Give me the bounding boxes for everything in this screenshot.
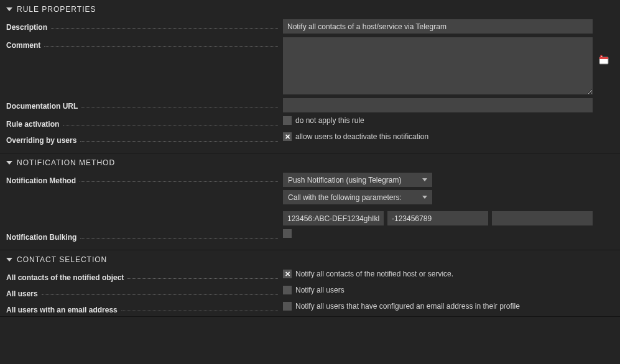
section-title: RULE PROPERTIES <box>17 5 96 14</box>
param1-input[interactable] <box>283 211 384 225</box>
section-header-rule-properties[interactable]: RULE PROPERTIES <box>0 0 620 17</box>
label-method: Notification Method <box>6 176 76 185</box>
param2-input[interactable] <box>387 211 488 225</box>
rule-activation-cb-label[interactable]: do not apply this rule <box>295 116 364 125</box>
section-rule-properties: RULE PROPERTIES Description Comment <box>0 0 620 153</box>
dots-divider <box>81 107 278 107</box>
all-contacts-cb-label[interactable]: Notify all contacts of the notified host… <box>295 270 453 278</box>
doc-url-input[interactable] <box>283 98 593 112</box>
method-select-value: Push Notification (using Telegram) <box>288 176 402 184</box>
row-method: Notification Method Push Notification (u… <box>0 171 620 227</box>
label-rule-activation: Rule activation <box>6 120 59 129</box>
overriding-checkbox[interactable] <box>283 132 292 141</box>
section-header-contact-selection[interactable]: CONTACT SELECTION <box>0 250 620 268</box>
dots-divider <box>44 46 278 47</box>
label-overriding: Overriding by users <box>6 136 76 145</box>
description-input[interactable] <box>283 19 593 34</box>
dots-divider <box>80 141 278 142</box>
section-title: NOTIFICATION METHOD <box>17 158 115 167</box>
chevron-down-icon <box>6 7 12 11</box>
svg-rect-1 <box>599 57 608 59</box>
label-all-email: All users with an email address <box>6 306 118 314</box>
section-notification-method: NOTIFICATION METHOD Notification Method … <box>0 153 620 250</box>
all-email-cb-label[interactable]: Notify all users that have configured an… <box>295 302 520 311</box>
dots-divider <box>80 181 278 182</box>
row-all-users: All users Notify all users <box>0 284 620 300</box>
label-all-users: All users <box>6 289 38 298</box>
params-select[interactable]: Call with the following parameters: <box>283 190 432 204</box>
comment-textarea[interactable] <box>283 37 593 94</box>
dots-divider <box>42 294 278 295</box>
dots-divider <box>121 311 278 311</box>
section-title: CONTACT SELECTION <box>17 255 107 264</box>
row-doc-url: Documentation URL <box>0 96 620 114</box>
section-header-notification-method[interactable]: NOTIFICATION METHOD <box>0 153 620 171</box>
row-bulking: Notification Bulking <box>0 227 620 243</box>
chevron-down-icon <box>6 161 12 165</box>
label-bulking: Notification Bulking <box>6 233 76 242</box>
row-all-email: All users with an email address Notify a… <box>0 300 620 316</box>
label-all-contacts: All contacts of the notified object <box>6 273 124 282</box>
method-select[interactable]: Push Notification (using Telegram) <box>283 173 432 187</box>
section-contact-selection: CONTACT SELECTION All contacts of the no… <box>0 250 620 317</box>
row-rule-activation: Rule activation do not apply this rule <box>0 114 620 130</box>
dots-divider <box>63 125 278 125</box>
svg-rect-4 <box>601 56 603 57</box>
bulking-checkbox[interactable] <box>283 229 292 238</box>
dots-divider <box>80 238 278 239</box>
label-description: Description <box>6 23 47 32</box>
row-comment: Comment <box>0 35 620 96</box>
rule-activation-checkbox[interactable] <box>283 116 292 125</box>
dots-divider <box>51 28 278 29</box>
row-overriding: Overriding by users allow users to deact… <box>0 130 620 147</box>
chevron-down-icon <box>422 196 427 199</box>
overriding-cb-label[interactable]: allow users to deactivate this notificat… <box>295 132 428 141</box>
chevron-down-icon <box>422 178 427 181</box>
dots-divider <box>127 278 278 279</box>
calendar-icon[interactable] <box>599 55 609 65</box>
row-description: Description <box>0 17 620 35</box>
row-all-contacts: All contacts of the notified object Noti… <box>0 268 620 284</box>
all-users-checkbox[interactable] <box>283 286 292 294</box>
all-email-checkbox[interactable] <box>283 302 292 311</box>
label-comment: Comment <box>6 41 40 50</box>
label-doc-url: Documentation URL <box>6 102 78 111</box>
params-select-value: Call with the following parameters: <box>288 193 402 202</box>
chevron-down-icon <box>6 258 12 262</box>
param3-input[interactable] <box>492 211 593 225</box>
all-users-cb-label[interactable]: Notify all users <box>295 286 345 294</box>
svg-rect-3 <box>601 56 601 57</box>
all-contacts-checkbox[interactable] <box>283 270 292 278</box>
